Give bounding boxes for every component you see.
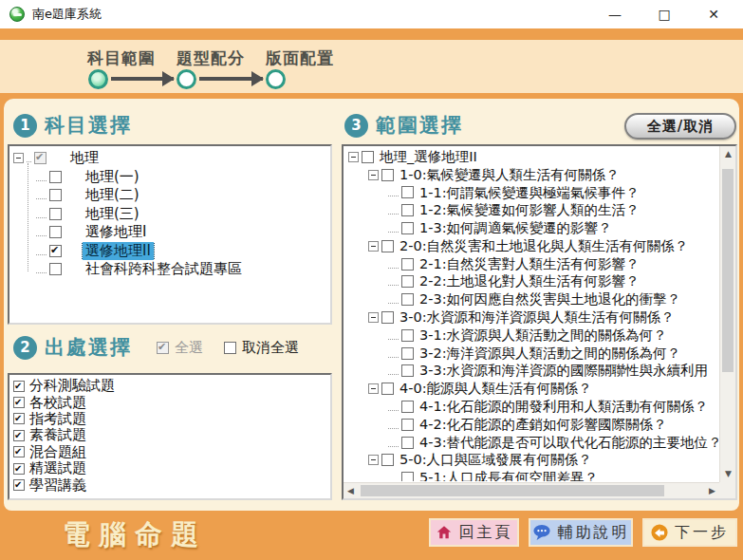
step-circle[interactable] bbox=[266, 69, 286, 89]
tree-item-label[interactable]: 4-3:替代能源是否可以取代化石能源的主要地位？ bbox=[417, 434, 718, 452]
tree-item[interactable]: 4-2:化石能源的產銷如何影響國際關係？ bbox=[346, 416, 718, 434]
checkbox[interactable] bbox=[381, 454, 394, 466]
tree-item-label[interactable]: 5-0:人口與區域發展有何關係？ bbox=[397, 452, 595, 470]
tree-item[interactable]: 地理_選修地理II bbox=[346, 148, 718, 166]
tree-item[interactable]: 地理(二) bbox=[11, 186, 328, 205]
checkbox[interactable] bbox=[49, 171, 62, 183]
tree-item[interactable]: 地理(一) bbox=[11, 168, 328, 187]
tree-item[interactable]: 1-3:如何調適氣候變遷的影響？ bbox=[346, 219, 718, 237]
tree-item-label[interactable]: 1-0:氣候變遷與人類生活有何關係？ bbox=[397, 166, 622, 184]
tree-item[interactable]: 1-1:何謂氣候變遷與極端氣候事件？ bbox=[346, 184, 718, 202]
tree-item-label[interactable]: 1-2:氣候變遷如何影響人類的生活？ bbox=[417, 201, 642, 219]
step-circle[interactable] bbox=[176, 69, 196, 89]
checkbox[interactable] bbox=[13, 381, 25, 392]
minimize-button[interactable]: — bbox=[604, 8, 625, 21]
tree-item[interactable]: 2-2:土地退化對人類生活有何影響？ bbox=[346, 273, 718, 291]
tree-item[interactable]: 4-3:替代能源是否可以取代化石能源的主要地位？ bbox=[346, 434, 718, 452]
source-list-item[interactable]: 混合題組 bbox=[13, 444, 326, 460]
tree-item-label[interactable]: 1-1:何謂氣候變遷與極端氣候事件？ bbox=[417, 184, 642, 202]
deselect-all-control[interactable]: 取消全選 bbox=[224, 339, 299, 357]
scroll-up-icon[interactable]: ▲ bbox=[725, 150, 732, 159]
checkbox[interactable] bbox=[13, 479, 25, 491]
tree-item-label[interactable]: 地理 bbox=[67, 149, 102, 167]
expander-icon[interactable] bbox=[368, 170, 379, 180]
checkbox[interactable] bbox=[401, 258, 414, 271]
tree-item-label[interactable]: 5-1:人口成長有何空間差異？ bbox=[417, 469, 601, 481]
tree-item-label[interactable]: 地理_選修地理II bbox=[377, 148, 480, 166]
checkbox[interactable] bbox=[13, 463, 25, 475]
expander-icon[interactable] bbox=[368, 241, 379, 252]
tree-item-label[interactable]: 4-2:化石能源的產銷如何影響國際關係？ bbox=[417, 416, 670, 434]
tree-item[interactable]: 5-0:人口與區域發展有何關係？ bbox=[346, 452, 718, 470]
tree-item-root[interactable]: 地理 bbox=[11, 149, 328, 168]
tree-item[interactable]: 選修地理II bbox=[11, 242, 328, 261]
checkbox[interactable] bbox=[49, 189, 62, 201]
tree-item[interactable]: 2-1:自然災害對人類生活有何影響？ bbox=[346, 255, 718, 273]
tree-item-label[interactable]: 社會科跨科整合試題專區 bbox=[83, 260, 245, 278]
scroll-down-icon[interactable]: ▼ bbox=[725, 470, 732, 478]
select-all-control[interactable]: 全選 bbox=[157, 339, 203, 357]
checkbox[interactable] bbox=[13, 413, 25, 424]
deselect-all-checkbox[interactable] bbox=[224, 342, 236, 354]
select-all-checkbox[interactable] bbox=[157, 342, 169, 354]
tree-item[interactable]: 4-1:化石能源的開發利用和人類活動有何關係？ bbox=[346, 398, 718, 416]
tree-item[interactable]: 2-0:自然災害和土地退化與人類生活有何關係？ bbox=[346, 237, 718, 255]
checkbox[interactable] bbox=[401, 472, 414, 481]
tree-item-label[interactable]: 3-2:海洋資源與人類活動之間的關係為何？ bbox=[417, 345, 683, 363]
source-list-item[interactable]: 分科測驗試題 bbox=[13, 378, 326, 394]
checkbox[interactable] bbox=[401, 293, 414, 306]
tree-item-label[interactable]: 地理(二) bbox=[83, 186, 142, 204]
tree-item[interactable]: 社會科跨科整合試題專區 bbox=[11, 260, 328, 279]
checkbox[interactable] bbox=[401, 275, 414, 288]
checkbox[interactable] bbox=[13, 430, 25, 441]
checkbox[interactable] bbox=[401, 364, 414, 377]
checkbox[interactable] bbox=[49, 245, 62, 257]
checkbox[interactable] bbox=[401, 329, 414, 342]
step-circle[interactable] bbox=[88, 69, 108, 89]
tree-item-label[interactable]: 2-3:如何因應自然災害與土地退化的衝擊？ bbox=[417, 290, 683, 308]
subject-root-checkbox[interactable] bbox=[34, 152, 46, 164]
tree-item[interactable]: 1-0:氣候變遷與人類生活有何關係？ bbox=[346, 166, 718, 184]
tree-item[interactable]: 選修地理I bbox=[11, 223, 328, 242]
tree-item-label[interactable]: 地理(一) bbox=[83, 168, 142, 186]
tree-item[interactable]: 2-3:如何因應自然災害與土地退化的衝擊？ bbox=[346, 290, 718, 308]
toggle-all-button[interactable]: 全選/取消 bbox=[624, 113, 736, 140]
expander-icon[interactable] bbox=[368, 383, 379, 394]
checkbox[interactable] bbox=[381, 240, 394, 252]
scroll-right-icon[interactable]: ▶ bbox=[709, 487, 715, 495]
tree-item-label[interactable]: 2-1:自然災害對人類生活有何影響？ bbox=[417, 255, 642, 273]
checkbox[interactable] bbox=[13, 446, 25, 457]
tree-item[interactable]: 3-0:水資源和海洋資源與人類生活有何關係？ bbox=[346, 308, 718, 327]
tree-item-label[interactable]: 4-0:能源與人類生活有何關係？ bbox=[397, 380, 595, 398]
checkbox[interactable] bbox=[401, 437, 414, 449]
checkbox[interactable] bbox=[401, 419, 414, 431]
next-step-button[interactable]: 下一步 bbox=[642, 518, 737, 547]
tree-item-label[interactable]: 2-0:自然災害和土地退化與人類生活有何關係？ bbox=[397, 237, 691, 255]
help-button[interactable]: 輔助說明 bbox=[529, 518, 633, 547]
tree-item[interactable]: 5-1:人口成長有何空間差異？ bbox=[346, 469, 718, 481]
expander-icon[interactable] bbox=[368, 455, 379, 465]
vertical-scrollbar[interactable]: ▲ ▼ bbox=[719, 146, 735, 482]
checkbox[interactable] bbox=[401, 222, 414, 234]
checkbox[interactable] bbox=[401, 204, 414, 216]
vertical-scroll-thumb[interactable] bbox=[722, 169, 734, 372]
tree-item[interactable]: 3-2:海洋資源與人類活動之間的關係為何？ bbox=[346, 345, 718, 363]
checkbox[interactable] bbox=[401, 347, 414, 360]
checkbox[interactable] bbox=[401, 401, 414, 413]
close-button[interactable]: ✕ bbox=[703, 8, 724, 21]
tree-item-label[interactable]: 2-2:土地退化對人類生活有何影響？ bbox=[417, 273, 642, 291]
scroll-left-icon[interactable]: ◀ bbox=[347, 487, 354, 495]
tree-item-label[interactable]: 3-0:水資源和海洋資源與人類生活有何關係？ bbox=[397, 308, 678, 327]
source-list-item[interactable]: 指考試題 bbox=[13, 411, 326, 427]
tree-item-label[interactable]: 4-1:化石能源的開發利用和人類活動有何關係？ bbox=[417, 398, 711, 416]
home-button[interactable]: 回主頁 bbox=[429, 518, 519, 547]
tree-item[interactable]: 地理(三) bbox=[11, 205, 328, 224]
tree-item-label[interactable]: 3-3:水資源和海洋資源的國際關聯性與永續利用 bbox=[417, 363, 711, 381]
source-list-item[interactable]: 精選試題 bbox=[13, 460, 326, 476]
tree-item[interactable]: 4-0:能源與人類生活有何關係？ bbox=[346, 380, 718, 398]
expander-icon[interactable] bbox=[348, 152, 359, 162]
source-list-item[interactable]: 學習講義 bbox=[13, 476, 326, 493]
tree-item[interactable]: 1-2:氣候變遷如何影響人類的生活？ bbox=[346, 201, 718, 219]
collapse-icon[interactable] bbox=[13, 153, 24, 163]
maximize-button[interactable]: □ bbox=[654, 8, 675, 21]
